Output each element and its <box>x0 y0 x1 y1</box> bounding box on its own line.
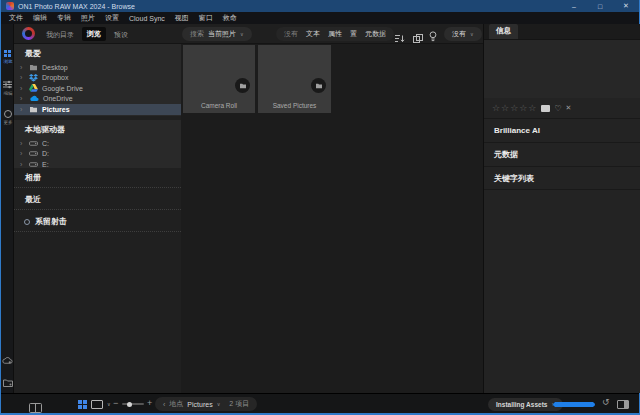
tab-browse[interactable]: 浏览 <box>82 27 106 41</box>
sidebar-item-drive-d[interactable]: › D: <box>14 149 181 160</box>
local-drives-section: 本地驱动器 › C: › D: › E: <box>14 120 181 168</box>
chevron-right-icon[interactable]: › <box>20 140 25 147</box>
like-heart-icon[interactable]: ♡ <box>554 104 561 113</box>
folder-icon <box>239 83 247 89</box>
app-logo-icon <box>6 2 14 10</box>
close-button[interactable]: ✕ <box>613 0 639 12</box>
sidebar-item-onedrive[interactable]: › OneDrive <box>14 94 181 105</box>
module-rail: 浏览 编辑 更多 <box>1 24 14 393</box>
tethered-shooting-header[interactable]: 系留射击 <box>14 212 181 232</box>
breadcrumb[interactable]: ‹ 地点 Pictures ∨ 2 项目 <box>155 397 257 411</box>
folder-name: Saved Pictures <box>258 102 331 109</box>
chevron-down-icon: ∨ <box>240 31 244 37</box>
module-more[interactable]: 更多 <box>1 110 14 125</box>
chevron-right-icon[interactable]: › <box>20 85 25 92</box>
menu-file[interactable]: 文件 <box>4 13 28 23</box>
menu-photo[interactable]: 照片 <box>76 13 100 23</box>
sidebar-item-google-drive[interactable]: › Google Drive <box>14 83 181 94</box>
install-progress-fill <box>553 402 595 407</box>
albums-section-header[interactable]: 相册 <box>14 168 181 188</box>
zoom-out-button[interactable]: − <box>113 398 118 408</box>
chevron-right-icon[interactable]: › <box>20 161 25 168</box>
tab-info[interactable]: 信息 <box>489 24 518 39</box>
menu-album[interactable]: 专辑 <box>52 13 76 23</box>
info-preview-area <box>484 40 640 98</box>
module-browse[interactable]: 浏览 <box>1 50 14 64</box>
filter-text[interactable]: 文本 <box>306 29 320 39</box>
breadcrumb-location: 地点 <box>169 399 183 409</box>
sidebar-item-desktop[interactable]: › Desktop <box>14 62 181 73</box>
menu-edit[interactable]: 编辑 <box>28 13 52 23</box>
detail-view-button[interactable] <box>91 400 103 409</box>
menu-help[interactable]: 救命 <box>218 13 242 23</box>
view-chevron-icon[interactable]: ∨ <box>107 401 111 407</box>
lightbulb-icon <box>429 31 437 42</box>
app-window: ON1 Photo RAW MAX 2024 - Browse – □ ✕ 文件… <box>0 0 640 415</box>
clear-rating-icon[interactable]: ✕ <box>566 104 572 112</box>
toggle-right-panel-button[interactable] <box>617 400 629 409</box>
folder-icon <box>29 64 38 71</box>
filter-date[interactable]: 置 <box>350 29 357 39</box>
breadcrumb-folder: Pictures <box>187 401 212 408</box>
menu-settings[interactable]: 设置 <box>100 13 124 23</box>
chevron-right-icon[interactable]: › <box>20 74 25 81</box>
local-drives-title: 本地驱动器 <box>14 120 181 138</box>
section-keyword-list[interactable]: 关键字列表 <box>484 166 640 190</box>
thumbnail-grid: Camera Roll Saved Pictures <box>181 44 483 393</box>
color-label-swatch[interactable] <box>541 105 550 112</box>
folder-tile-camera-roll[interactable]: Camera Roll <box>183 45 255 113</box>
zoom-in-button[interactable]: + <box>147 398 152 408</box>
folder-badge <box>311 78 326 93</box>
chevron-down-icon: ∨ <box>217 401 221 407</box>
folder-badge <box>235 78 250 93</box>
tab-my-catalogs[interactable]: 我的目录 <box>46 30 74 40</box>
sidebar-item-dropbox[interactable]: › Dropbox <box>14 73 181 84</box>
installing-assets-label: Installing Assets <box>496 401 547 408</box>
minimize-button[interactable]: – <box>561 0 587 12</box>
folder-badge-icon <box>3 379 13 387</box>
search-label: 搜索 <box>190 29 204 39</box>
tab-presets[interactable]: 预设 <box>114 30 128 40</box>
refresh-button[interactable]: ↺ <box>602 397 610 407</box>
browse-toolbar: 我的目录 浏览 预设 搜索 当前照片 ∨ 没有 文本 属性 置 元数据 <box>14 24 483 44</box>
back-icon[interactable]: ‹ <box>163 401 165 408</box>
thumbnail-size-slider[interactable] <box>122 403 144 405</box>
sidebar-item-drive-c[interactable]: › C: <box>14 138 181 149</box>
maximize-button[interactable]: □ <box>587 0 613 12</box>
section-brilliance-ai[interactable]: Brilliance AI <box>484 118 640 142</box>
menu-window[interactable]: 窗口 <box>194 13 218 23</box>
star-icon[interactable]: ☆ <box>528 103 536 113</box>
filter-metadata[interactable]: 元数据 <box>365 29 386 39</box>
recent-section-header[interactable]: 最近 <box>14 190 181 210</box>
chevron-right-icon[interactable]: › <box>20 95 25 102</box>
grid-view-button[interactable] <box>78 400 87 409</box>
chevron-right-icon[interactable]: › <box>20 64 25 71</box>
menu-cloud-sync[interactable]: Cloud Sync <box>124 15 170 22</box>
more-circle-icon <box>4 110 12 118</box>
folder-tile-saved-pictures[interactable]: Saved Pictures <box>258 45 331 113</box>
favorites-section: 最爱 › Desktop › Dropbox › Goo <box>14 44 181 116</box>
module-browse-label: 浏览 <box>3 58 12 63</box>
star-icon[interactable]: ☆ <box>519 103 527 113</box>
star-icon[interactable]: ☆ <box>501 103 509 113</box>
module-more-label: 更多 <box>3 119 12 124</box>
chevron-right-icon[interactable]: › <box>20 150 25 157</box>
local-folders-button[interactable] <box>1 379 14 387</box>
saved-filter-dropdown[interactable]: 没有 ∨ <box>444 27 482 41</box>
saved-filter-value: 没有 <box>452 29 466 39</box>
info-panel: 信息 ☆ ☆ ☆ ☆ ☆ ♡ ✕ Brilliance AI 元数据 关键字列表 <box>483 24 640 393</box>
module-edit[interactable]: 编辑 <box>1 80 14 96</box>
star-icon[interactable]: ☆ <box>492 103 500 113</box>
filter-none[interactable]: 没有 <box>284 29 298 39</box>
chevron-right-icon[interactable]: › <box>20 106 25 113</box>
menu-view[interactable]: 视图 <box>170 13 194 23</box>
star-icon[interactable]: ☆ <box>510 103 518 113</box>
installing-assets-dropdown[interactable]: Installing Assets ∨ <box>488 398 563 411</box>
onedrive-icon <box>29 95 39 102</box>
section-metadata[interactable]: 元数据 <box>484 142 640 166</box>
search-scope-dropdown[interactable]: 搜索 当前照片 ∨ <box>182 27 252 41</box>
slider-knob[interactable] <box>127 402 132 407</box>
sidebar-item-pictures[interactable]: › Pictures <box>14 104 181 115</box>
filter-attributes[interactable]: 属性 <box>328 29 342 39</box>
cloud-sync-button[interactable] <box>1 356 14 365</box>
